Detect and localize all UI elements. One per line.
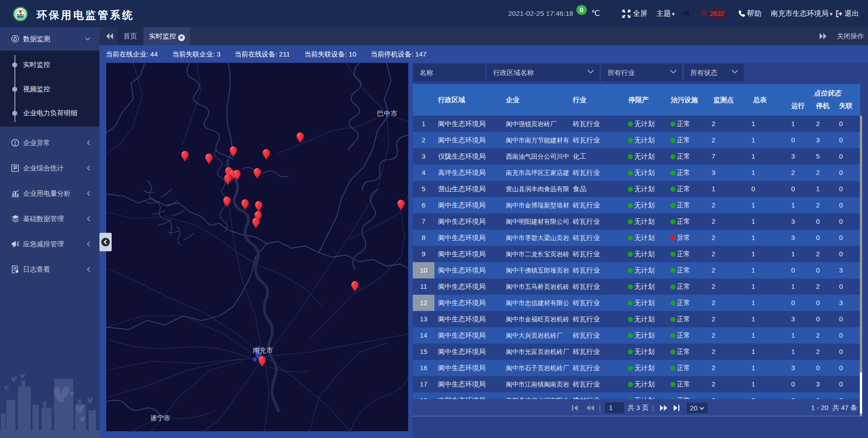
svg-text:遂宁市: 遂宁市: [150, 414, 170, 422]
svg-text:巴中市: 巴中市: [377, 109, 397, 117]
svg-text:南充市: 南充市: [253, 346, 273, 354]
